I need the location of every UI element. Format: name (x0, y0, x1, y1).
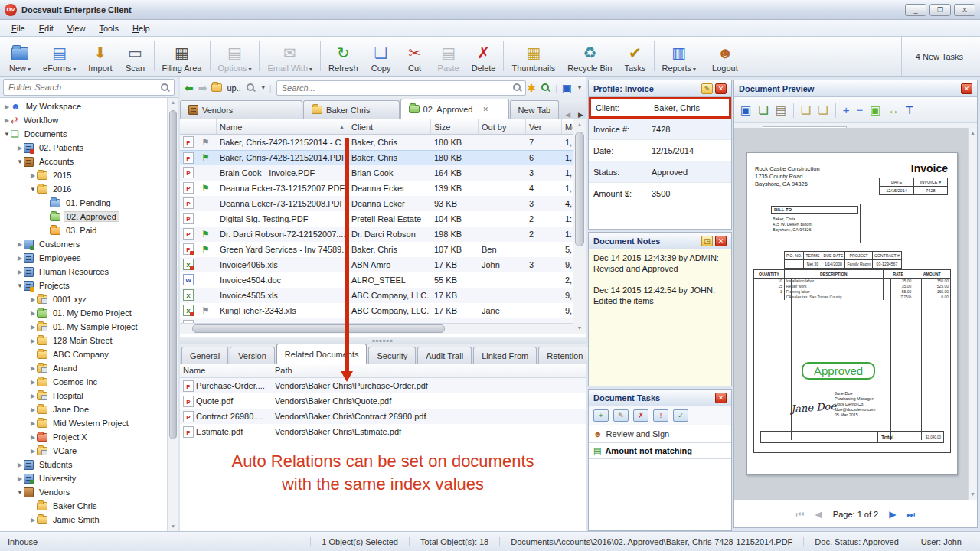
tree-item-01-my-sample-project[interactable]: ▶01. My Sample Project (0, 320, 167, 334)
sidebar-scrollbar[interactable]: ▲ ▼ (167, 98, 178, 531)
refresh-button[interactable]: ↻Refresh (322, 37, 364, 76)
tree-expand-icon[interactable]: ▶ (29, 310, 37, 317)
new-tasks-badge[interactable]: 4 New Tasks (901, 37, 977, 76)
eforms-button[interactable]: ▤eForms▾ (37, 37, 82, 76)
menu-item-help[interactable]: Help (126, 22, 157, 34)
logout-button[interactable]: ☻Logout (706, 37, 744, 76)
chevron-down-icon[interactable]: ▾ (262, 84, 265, 91)
new-button[interactable]: New▾ (3, 37, 37, 76)
column-header-size[interactable]: Size (431, 119, 479, 134)
task-item[interactable]: ▤Amount not matching (589, 442, 731, 459)
related-doc-row[interactable]: P Contract 26980....Vendors\Baker Chris\… (180, 409, 586, 424)
fit-width-icon[interactable]: ↔ (887, 103, 899, 116)
related-doc-row[interactable]: P Estimate.pdfVendors\Baker Chris\Estima… (180, 424, 586, 439)
tree-expand-icon[interactable]: ▶ (3, 103, 11, 110)
table-row[interactable]: P⚑Dr. Darci Robson-72-12152007....Dr. Da… (180, 227, 573, 242)
tree-item-accounts[interactable]: ▼Accounts (0, 155, 167, 168)
column-header-name[interactable]: Name▲ (217, 119, 348, 134)
tree-item-vcare[interactable]: ▶VCare (0, 444, 167, 458)
column-header-out-by[interactable]: Out by (479, 119, 526, 134)
tree-expand-icon[interactable]: ▶ (29, 434, 37, 441)
panel-splitter[interactable]: ■■■■■■ (180, 337, 586, 344)
delete-button[interactable]: ✗Delete (466, 37, 502, 76)
copy-page-icon[interactable]: ❏ (801, 103, 811, 117)
scan-button[interactable]: ▭Scan (119, 37, 152, 76)
checkout-icon[interactable]: ❏ (758, 103, 768, 117)
tree-item-workflow[interactable]: ▶⇄Workflow (0, 113, 167, 127)
close-button[interactable]: X (954, 4, 975, 16)
tree-item-128-main-street[interactable]: ▶128 Main Street (0, 334, 167, 347)
table-row[interactable]: P⚑Brain Cook - Invoice.PDFBrian Cook164 … (180, 165, 573, 181)
tree-expand-icon[interactable]: ▶ (29, 296, 37, 303)
add-task-icon[interactable]: + (593, 409, 609, 422)
column-header-ver[interactable]: Ver (526, 119, 562, 134)
close-icon[interactable]: ✕ (715, 393, 727, 403)
scroll-down-icon[interactable]: ▼ (168, 522, 178, 531)
scroll-up-icon[interactable]: ▲ (168, 98, 178, 107)
tree-item-project-x[interactable]: ▶Project X (0, 430, 167, 444)
tree-expand-icon[interactable]: ▶ (29, 517, 37, 523)
tree-expand-icon[interactable]: ▶ (16, 241, 24, 248)
tree-expand-icon[interactable]: ▼ (16, 282, 24, 289)
tree-expand-icon[interactable]: ▶ (16, 145, 24, 152)
save-view-icon[interactable]: ▣ (562, 82, 572, 94)
tree-item-cosmos-inc[interactable]: ▶Cosmos Inc (0, 375, 167, 389)
tree-expand-icon[interactable]: ▶ (16, 475, 24, 482)
tab-version[interactable]: Version (230, 347, 275, 364)
complete-task-icon[interactable]: ✓ (673, 409, 688, 422)
tree-item-anand[interactable]: ▶Anand (0, 361, 167, 375)
filing-area-button[interactable]: ▦Filing Area (156, 37, 208, 76)
tree-item-02-approved[interactable]: 02. Approved (0, 210, 167, 223)
scroll-up-icon[interactable]: ▲ (573, 119, 586, 130)
tree-expand-icon[interactable]: ▶ (29, 337, 37, 344)
edit-task-icon[interactable]: ✎ (613, 409, 629, 422)
table-row[interactable]: X⚑Invoice4065.xlsABN Amro17 KBJohn39, (180, 257, 573, 272)
cut-button[interactable]: ✂Cut (398, 37, 432, 76)
tree-item-documents[interactable]: ▼❏Documents (0, 127, 167, 141)
menu-item-edit[interactable]: Edit (32, 22, 60, 34)
task-item[interactable]: ☻Review and Sign (589, 425, 731, 442)
first-page-button[interactable]: ⏮ (796, 509, 805, 520)
tab-new-tab[interactable]: New Tab (510, 100, 560, 119)
tree-expand-icon[interactable]: ▶ (29, 365, 37, 372)
tree-expand-icon[interactable]: ▼ (3, 131, 11, 138)
tab-linked-from[interactable]: Linked From (473, 347, 537, 364)
print-icon[interactable]: ▤ (776, 103, 786, 117)
up-button[interactable]: up.. (227, 83, 240, 93)
maximize-button[interactable]: ❐ (929, 4, 951, 16)
menu-item-tools[interactable]: Tools (92, 22, 126, 34)
tree-item-university[interactable]: ▶University (0, 471, 167, 485)
select-text-icon[interactable]: T (906, 103, 913, 116)
tree-expand-icon[interactable]: ▶ (29, 406, 37, 413)
table-row[interactable]: X⚑KiingFicher-2343.xlsABC Company, LLC.1… (180, 303, 573, 318)
close-icon[interactable]: ✕ (715, 83, 727, 94)
minimize-button[interactable]: _ (905, 4, 926, 16)
scroll-up-icon[interactable]: ▲ (969, 128, 977, 139)
table-row[interactable]: P⚑Baker, Chris-7428-12152014.PDFBaker, C… (180, 150, 573, 165)
reports-button[interactable]: ▥Reports▾ (656, 37, 703, 76)
scroll-down-icon[interactable]: ▼ (969, 489, 977, 500)
tree-item-0001-xyz[interactable]: ▶0001 xyz (0, 292, 167, 306)
tree-item-01-my-demo-project[interactable]: ▶01. My Demo Project (0, 306, 167, 320)
table-row[interactable]: W⚑Invoice4504.docALRO_STEEL55 KB2, (180, 272, 573, 288)
table-row[interactable]: P⚑Digital Sig. Testing.PDFPretell Real E… (180, 211, 573, 227)
close-icon[interactable]: ✕ (961, 83, 972, 94)
tree-expand-icon[interactable]: ▶ (29, 379, 37, 386)
close-tab-icon[interactable]: ✕ (482, 106, 488, 113)
tasks-button[interactable]: ✔Tasks (618, 37, 652, 76)
table-row[interactable]: X⚑Invoice4505.xlsABC Company, LLC.17 KB9… (180, 288, 573, 303)
related-doc-row[interactable]: P Quote.pdfVendors\Baker Chris\Quote.pdf (180, 393, 586, 409)
file-list-scrollbar[interactable]: ▲ ▼ (573, 119, 586, 334)
folder-search-input[interactable] (3, 79, 175, 96)
preview-scrollbar[interactable]: ▲ ▼ (968, 128, 977, 500)
tab-vendors[interactable]: Vendors (180, 100, 302, 119)
back-button[interactable]: ⬅ (185, 82, 194, 94)
tree-item-2015[interactable]: ▶2015 (0, 168, 167, 182)
column-header-icon[interactable] (180, 119, 198, 134)
tree-item-vendors[interactable]: ▼Vendors (0, 485, 167, 499)
preview-search-icon[interactable] (246, 83, 256, 93)
copy-button[interactable]: ❏Copy (364, 37, 398, 76)
menu-item-file[interactable]: File (5, 22, 32, 34)
tab-security[interactable]: Security (368, 347, 416, 364)
paste-page-icon[interactable]: ❏ (818, 103, 828, 117)
